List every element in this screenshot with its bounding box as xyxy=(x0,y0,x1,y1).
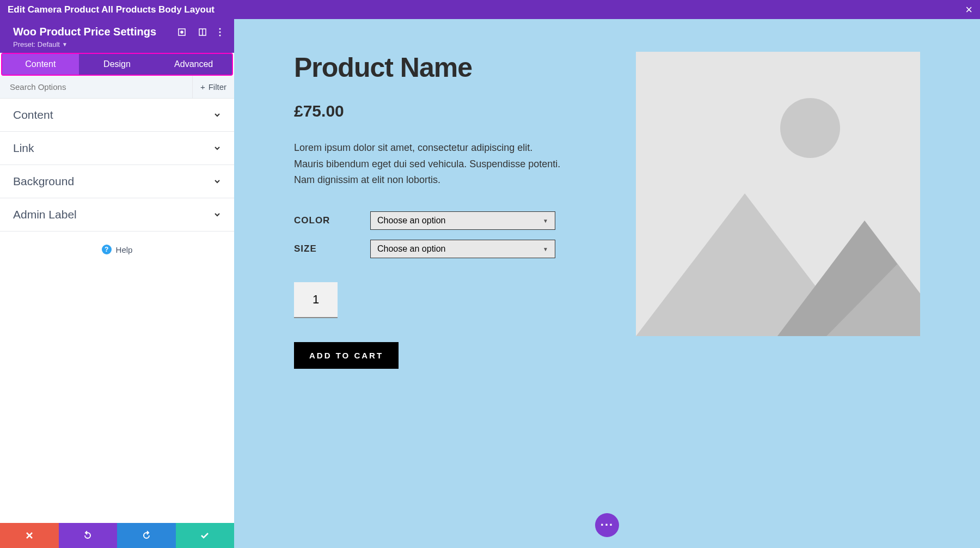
preview-canvas: Product Name £75.00 Lorem ipsum dolor si… xyxy=(234,19,980,548)
select-value: Choose an option xyxy=(377,244,445,254)
accordion-label: Link xyxy=(13,142,34,155)
check-icon xyxy=(200,531,210,540)
dots-icon: ··· xyxy=(601,518,614,532)
chevron-down-icon xyxy=(213,211,221,218)
chevron-down-icon xyxy=(213,144,221,152)
filter-button[interactable]: + Filter xyxy=(192,76,234,98)
size-label: SIZE xyxy=(294,243,370,254)
responsive-icon[interactable] xyxy=(177,28,186,36)
undo-button[interactable] xyxy=(59,523,118,548)
fab-more-button[interactable]: ··· xyxy=(595,513,619,537)
close-icon[interactable]: × xyxy=(965,3,972,17)
tab-advanced[interactable]: Advanced xyxy=(155,54,232,75)
search-input[interactable] xyxy=(0,76,192,98)
accordion-label: Admin Label xyxy=(13,208,77,221)
size-select[interactable]: Choose an option ▼ xyxy=(370,240,555,258)
select-value: Choose an option xyxy=(377,216,445,226)
preset-selector[interactable]: Preset: Default ▼ xyxy=(13,40,221,48)
product-description: Lorem ipsum dolor sit amet, consectetur … xyxy=(294,140,561,188)
redo-button[interactable] xyxy=(117,523,176,548)
redo-icon xyxy=(142,531,151,540)
quantity-input[interactable] xyxy=(294,282,338,318)
accordion-content[interactable]: Content xyxy=(0,99,234,131)
save-button[interactable] xyxy=(176,523,235,548)
chevron-down-icon xyxy=(213,178,221,185)
tab-design[interactable]: Design xyxy=(79,54,156,75)
chevron-down-icon: ▼ xyxy=(543,246,548,252)
cancel-button[interactable] xyxy=(0,523,59,548)
accordion-link[interactable]: Link xyxy=(0,132,234,165)
product-image-placeholder xyxy=(636,52,920,336)
color-select[interactable]: Choose an option ▼ xyxy=(370,211,555,230)
accordion-admin-label[interactable]: Admin Label xyxy=(0,198,234,231)
svg-point-5 xyxy=(219,31,221,33)
preset-label: Preset: Default xyxy=(13,40,60,48)
close-icon xyxy=(25,531,34,540)
chevron-down-icon: ▼ xyxy=(62,41,68,47)
svg-point-6 xyxy=(219,34,221,36)
svg-point-1 xyxy=(181,31,183,33)
more-icon[interactable] xyxy=(219,28,221,36)
help-icon: ? xyxy=(102,245,112,254)
accordion-background[interactable]: Background xyxy=(0,165,234,198)
settings-title: Woo Product Price Settings xyxy=(13,26,156,38)
product-title: Product Name xyxy=(294,52,603,83)
help-label: Help xyxy=(116,245,133,254)
accordion-label: Content xyxy=(13,108,53,121)
chevron-down-icon: ▼ xyxy=(543,218,548,224)
svg-point-10 xyxy=(780,98,840,158)
settings-sidebar: Woo Product Price Settings Preset: Defau… xyxy=(0,19,234,548)
columns-icon[interactable] xyxy=(198,28,207,36)
filter-label: Filter xyxy=(209,82,226,92)
plus-icon: + xyxy=(200,82,205,92)
accordion-label: Background xyxy=(13,175,74,188)
tab-content[interactable]: Content xyxy=(2,54,79,75)
svg-point-4 xyxy=(219,28,221,29)
add-to-cart-button[interactable]: ADD TO CART xyxy=(294,342,399,369)
chevron-down-icon xyxy=(213,111,221,119)
color-label: COLOR xyxy=(294,215,370,226)
product-price: £75.00 xyxy=(294,102,603,120)
undo-icon xyxy=(83,531,93,540)
help-link[interactable]: ? Help xyxy=(0,232,234,267)
page-title: Edit Camera Product All Products Body La… xyxy=(8,4,215,15)
